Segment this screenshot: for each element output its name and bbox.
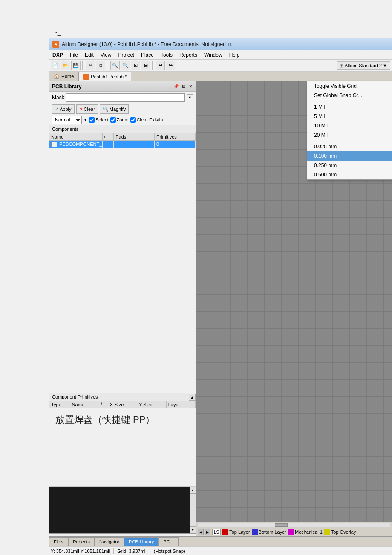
dropdown-sep1 <box>307 101 392 101</box>
layer-scroll-arrows: ◀ ▶ <box>198 529 210 535</box>
toolbar-sep2 <box>107 61 109 70</box>
menu-edit[interactable]: Edit <box>81 50 97 60</box>
col-header-name[interactable]: Name <box>49 133 103 140</box>
mask-input[interactable] <box>66 93 185 102</box>
menu-project[interactable]: Project <box>115 50 138 60</box>
prim-col-name[interactable]: Name <box>70 401 99 408</box>
normal-select[interactable]: Normal <box>52 116 82 124</box>
zoom-label: Zoom <box>117 117 129 122</box>
h-scroll-track[interactable] <box>198 523 390 527</box>
cursor-dash: -_ <box>55 29 61 36</box>
preview-scroll-up-btn[interactable]: ▲ <box>190 487 196 494</box>
menu-reports[interactable]: Reports <box>176 50 201 60</box>
bottom-tab-pc[interactable]: PC... <box>159 537 178 546</box>
prim-col-ysize[interactable]: Y-Size <box>137 401 166 408</box>
h-scroll-thumb[interactable] <box>275 523 288 527</box>
menu-help[interactable]: Help <box>226 50 243 60</box>
topoverlay-layer-label: Top Overlay <box>331 529 356 535</box>
dropdown-item-0025mm[interactable]: 0.025 mm <box>307 142 392 151</box>
primitives-scroll-up[interactable]: ▲ <box>189 394 196 401</box>
clear-existing-checkbox-label[interactable]: Clear Existin <box>130 117 163 123</box>
toolbar-save[interactable]: 💾 <box>71 61 81 70</box>
layer-top[interactable]: Top Layer <box>222 529 250 535</box>
toolbar-zoomfit[interactable]: ⊡ <box>131 61 140 70</box>
prim-col-layer[interactable]: Layer <box>167 401 196 408</box>
grid-button[interactable]: ⊞ Altium Standard 2 ▼ <box>337 61 390 70</box>
dropdown-item-025mm[interactable]: 0.250 mm <box>307 161 392 170</box>
bottom-tab-navigator[interactable]: Navigator <box>95 537 124 546</box>
zoom-checkbox[interactable] <box>110 117 116 123</box>
layer-topoverlay[interactable]: Top Overlay <box>324 529 356 535</box>
bottom-tab-files[interactable]: Files <box>49 537 68 546</box>
h-scrollbar[interactable] <box>196 522 392 528</box>
clear-existing-checkbox[interactable] <box>130 117 136 123</box>
dropdown-item-set-global[interactable]: Set Global Snap Gr... <box>307 91 392 100</box>
preview-scrollbar[interactable]: ▲ ▼ <box>190 487 196 533</box>
panel-close-btn[interactable]: ✕ <box>188 84 193 89</box>
dropdown-item-10mil[interactable]: 10 Mil <box>307 121 392 130</box>
mask-label: Mask <box>52 95 64 101</box>
menu-tools[interactable]: Tools <box>157 50 176 60</box>
components-table-body[interactable]: PCBCOMPONENT_0 0 <box>49 141 196 393</box>
menu-place[interactable]: Place <box>138 50 157 60</box>
grid-label: Altium Standard 2 <box>345 63 382 68</box>
dropdown-item-5mil[interactable]: 5 Mil <box>307 112 392 121</box>
toolbar-cut[interactable]: ✂ <box>86 61 95 70</box>
bottom-tab-projects[interactable]: Projects <box>68 537 95 546</box>
bottom-layer-label: Bottom Layer <box>259 529 286 535</box>
layer-ls[interactable]: LS <box>212 529 221 535</box>
toolbar-new[interactable]: 📄 <box>51 61 60 70</box>
dropdown-item-toggle-grid[interactable]: Toggle Visible Grid <box>307 81 392 91</box>
tab-home[interactable]: 🏠 Home <box>49 72 78 81</box>
status-divider3 <box>189 548 189 554</box>
panel-pin-btn[interactable]: 📌 <box>173 84 179 89</box>
zoom-checkbox-label[interactable]: Zoom <box>110 117 129 123</box>
clear-button[interactable]: ✕ Clear <box>76 104 98 114</box>
caption-text: 放置焊盘（快捷键 PP） <box>55 413 155 426</box>
ls-badge[interactable]: LS <box>212 529 221 535</box>
menu-dxp[interactable]: DXP <box>49 50 66 60</box>
select-checkbox[interactable] <box>89 117 95 123</box>
col-header-pads[interactable]: Pads <box>114 133 155 140</box>
prim-col-type[interactable]: Type <box>49 401 70 408</box>
components-section: Components Name / Pads Primitives PCBCOM… <box>49 125 196 393</box>
toolbar-copy[interactable]: ⧉ <box>96 61 105 70</box>
menu-file[interactable]: File <box>66 50 81 60</box>
home-tab-label: Home <box>61 74 74 79</box>
tab-pcblib[interactable]: PcbLib1.PcbLib * <box>78 72 131 81</box>
toolbar-zoomout[interactable]: 🔍 <box>121 61 130 70</box>
menu-window[interactable]: Window <box>201 50 226 60</box>
menu-view[interactable]: View <box>97 50 115 60</box>
select-checkbox-label[interactable]: Select <box>89 117 109 123</box>
dropdown-item-1mil[interactable]: 1 Mil <box>307 102 392 112</box>
apply-button[interactable]: ✓ Apply <box>52 104 75 114</box>
col-header-primitives[interactable]: Primitives <box>155 133 196 140</box>
apply-label: Apply <box>60 107 72 112</box>
preview-scroll-down-btn[interactable]: ▼ <box>190 526 196 533</box>
dropdown-item-01mm[interactable]: 0.100 mm <box>307 151 392 161</box>
grid-dropdown-arrow: ▼ <box>383 63 387 68</box>
table-row[interactable]: PCBCOMPONENT_0 0 <box>49 141 196 148</box>
bottom-tab-pcblibrary[interactable]: PCB Library <box>124 537 159 546</box>
prim-col-sort[interactable]: / <box>99 401 108 408</box>
col-header-sort[interactable]: / <box>103 133 114 140</box>
toolbar-zoomin[interactable]: 🔍 <box>110 61 120 70</box>
magnify-button[interactable]: 🔍 Magnify <box>100 104 129 114</box>
layer-scroll-left[interactable]: ◀ <box>198 529 204 535</box>
toolbar-open[interactable]: 📂 <box>61 61 70 70</box>
mask-dropdown-arrow[interactable]: ▼ <box>187 94 193 101</box>
prim-col-xsize[interactable]: X-Size <box>108 401 137 408</box>
layer-mech1[interactable]: Mechanical 1 <box>288 529 323 535</box>
layer-scroll-right[interactable]: ▶ <box>205 529 210 535</box>
dropdown-item-05mm[interactable]: 0.500 mm <box>307 170 392 179</box>
toolbar-zoomarea[interactable]: ⊞ <box>141 61 150 70</box>
left-edge <box>0 0 49 555</box>
primitives-header-row: Component Primitives ▲ <box>49 393 196 401</box>
toolbar-undo[interactable]: ↩ <box>156 61 165 70</box>
panel-float-btn[interactable]: ⊡ <box>181 84 186 89</box>
toolbar-redo[interactable]: ↪ <box>166 61 175 70</box>
primitives-label: Component Primitives <box>49 393 189 401</box>
layer-bottom[interactable]: Bottom Layer <box>252 529 286 535</box>
status-coords: Y: 354.331mil Y:1051.181mil <box>51 549 110 554</box>
dropdown-item-20mil[interactable]: 20 Mil <box>307 130 392 140</box>
